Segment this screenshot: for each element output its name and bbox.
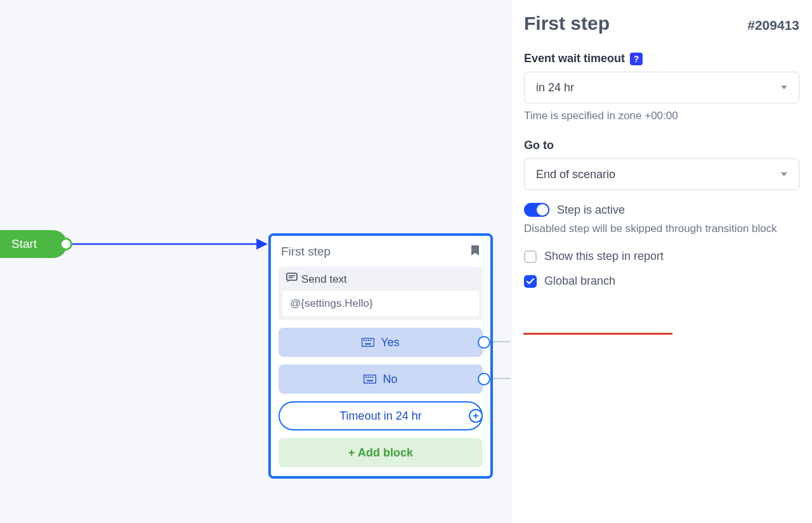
svg-rect-13 [370, 377, 371, 378]
svg-rect-12 [368, 377, 369, 378]
timeout-add-port[interactable]: + [469, 409, 483, 423]
message-icon [286, 273, 298, 286]
option-no-button[interactable]: No [278, 365, 483, 394]
field-label: Go to [524, 139, 799, 152]
svg-rect-8 [370, 340, 372, 341]
show-in-report-checkbox[interactable] [524, 250, 537, 263]
show-in-report-row: Show this step in report [524, 250, 799, 263]
svg-rect-4 [362, 339, 374, 347]
select-value: in 24 hr [536, 81, 574, 94]
label-text: Event wait timeout [524, 52, 625, 65]
connector-stub [492, 341, 511, 342]
block-header: Send text [278, 266, 483, 288]
svg-rect-10 [364, 375, 376, 384]
panel-title: First step [524, 13, 610, 34]
step-card-header: First step [271, 236, 490, 266]
bookmark-icon[interactable] [470, 245, 480, 259]
step-active-toggle[interactable] [524, 203, 549, 217]
highlight-underline [523, 333, 672, 335]
option-yes-port[interactable] [478, 336, 490, 349]
goto-select[interactable]: End of scenario [524, 158, 799, 190]
global-branch-checkbox[interactable] [524, 275, 537, 288]
field-goto: Go to End of scenario [524, 139, 799, 190]
svg-rect-14 [372, 377, 374, 378]
keyboard-icon [362, 338, 374, 347]
chevron-down-icon [781, 172, 787, 176]
svg-rect-5 [363, 340, 365, 341]
checkbox-label: Global branch [544, 274, 615, 288]
svg-rect-1 [287, 273, 297, 280]
panel-id: #209413 [747, 18, 799, 33]
svg-rect-11 [365, 377, 367, 378]
add-block-label: + Add block [348, 446, 413, 460]
timeout-button[interactable]: Timeout in 24 hr + [278, 401, 483, 430]
svg-rect-7 [368, 340, 369, 341]
checkbox-label: Show this step in report [544, 250, 664, 263]
label-text: Go to [524, 139, 554, 152]
svg-rect-9 [365, 344, 371, 345]
add-block-button[interactable]: + Add block [278, 438, 483, 467]
panel-header: First step #209413 [524, 13, 799, 34]
step-card-title: First step [281, 245, 331, 259]
help-icon[interactable]: ? [630, 53, 643, 65]
event-timeout-select[interactable]: in 24 hr [524, 72, 799, 103]
timeout-label: Timeout in 24 hr [339, 410, 421, 423]
step-card[interactable]: First step Send text @{settings.Hello} Y… [268, 233, 493, 479]
field-event-timeout: Event wait timeout ? in 24 hr Time is sp… [524, 52, 799, 122]
option-label: No [383, 373, 397, 386]
field-label: Event wait timeout ? [524, 52, 799, 65]
block-content: @{settings.Hello} [282, 291, 479, 316]
svg-rect-15 [367, 380, 373, 382]
select-value: End of scenario [536, 168, 615, 181]
timezone-hint: Time is specified in zone +00:00 [524, 110, 799, 122]
option-label: Yes [381, 336, 399, 349]
start-node[interactable]: Start [0, 230, 67, 258]
toggle-knob [537, 204, 548, 216]
keyboard-icon [363, 375, 376, 384]
option-no-port[interactable] [478, 373, 490, 385]
step-active-toggle-row: Step is active [524, 203, 799, 217]
chevron-down-icon [781, 86, 787, 89]
toggle-label: Step is active [557, 203, 625, 217]
svg-rect-6 [366, 340, 367, 341]
properties-panel: First step #209413 Event wait timeout ? … [511, 0, 812, 523]
step-active-hint: Disabled step will be skipped through tr… [524, 221, 799, 237]
start-label: Start [11, 237, 37, 251]
send-text-block[interactable]: Send text @{settings.Hello} [278, 266, 483, 320]
option-yes-button[interactable]: Yes [278, 328, 483, 357]
start-output-port[interactable] [60, 238, 72, 250]
global-branch-row: Global branch [524, 274, 799, 288]
block-header-label: Send text [301, 273, 347, 286]
flow-canvas[interactable]: Start First step Send text @{settings.He… [0, 0, 511, 523]
connector-stub [492, 378, 511, 379]
